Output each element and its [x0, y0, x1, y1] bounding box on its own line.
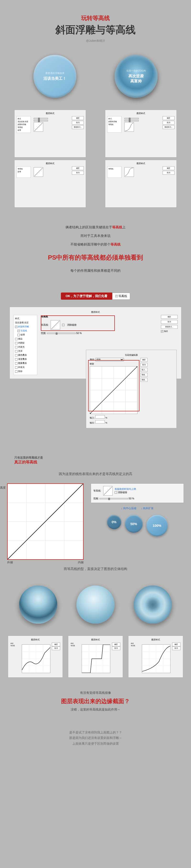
main-title: 斜面浮雕与等高线 — [0, 23, 191, 36]
mid-text-2: 而等高线的型，直接决定了图形的立体结构 — [0, 560, 191, 578]
contour-thumbnail[interactable] — [103, 486, 113, 496]
percent-buttons: 0% 50% 100% — [91, 515, 184, 536]
curve-panel-1: 图层样式 样式等高线 确定取消 — [8, 636, 63, 678]
pct-button-100: 100% — [146, 515, 168, 536]
button-preview-row: 最普通的浮雕效果 活该当美工！ 实现一击的3D结构 再次逆袭 高富帅 — [0, 48, 191, 105]
contour-thumb-icon[interactable] — [34, 167, 43, 177]
ok-button[interactable]: 确定 — [72, 116, 84, 120]
checkbox-icon[interactable] — [15, 342, 18, 344]
save-button[interactable]: 新建... — [140, 373, 147, 377]
checkbox-icon[interactable] — [18, 334, 20, 336]
mid-text-1: 因为这里的线性表现出来的才是等高线所定义的高 — [0, 465, 191, 484]
antialiased-checkbox[interactable] — [115, 491, 117, 494]
arrow-left: 向中心压缩 — [121, 506, 136, 510]
ok-button[interactable]: 确定 — [140, 358, 147, 362]
input-field[interactable] — [95, 415, 105, 418]
layer-style-panel-br: 图层样式 等高线 确定 取消 — [105, 160, 177, 208]
load-button[interactable]: 载入... — [140, 368, 147, 372]
cancel-button[interactable]: 取消 — [140, 363, 147, 367]
ok-button[interactable]: 确定 — [72, 166, 84, 170]
cancel-button[interactable]: 取消 — [72, 121, 84, 125]
curve-panel-3: 图层样式 样式等高线 确定取消 — [128, 636, 183, 678]
ok-button[interactable]: 确定 — [163, 166, 174, 170]
arrow-right: 向外扩张 — [141, 506, 154, 510]
flat-btn-big: 活该当美工！ — [44, 76, 66, 81]
3d-btn-big2: 高富帅 — [130, 79, 142, 84]
newstyle-button[interactable]: 新建样式... — [72, 125, 84, 129]
pct-button-0: 0% — [107, 515, 121, 529]
range-slider[interactable] — [47, 333, 76, 334]
footer-end: 是不是试了没有得到我上面图上的？？ 那是因为我们还没有设置斜面和浮雕～ 上面效果… — [0, 720, 191, 756]
layer-style-panel-tr: 图层样式 样式 斜面和浮雕 等高线 确定 取消 新建样式... — [105, 110, 177, 157]
checkbox-icon[interactable] — [15, 350, 18, 352]
curve-panel-2: 图层样式 样式等高线 确定取消 — [68, 636, 123, 678]
checkbox-icon[interactable] — [15, 370, 18, 373]
author: @Julien朱晴沂 — [0, 39, 191, 43]
contour-thumb-icon[interactable] — [125, 167, 134, 177]
checkbox-icon[interactable]: ✓ — [15, 326, 18, 328]
3d-btn-small: 实现一击的3D结构 — [126, 69, 146, 72]
panel-controls — [33, 116, 70, 133]
arrow-labels: 向中心压缩 向外扩张 — [91, 506, 184, 510]
slider[interactable] — [34, 118, 48, 119]
cancel-button[interactable]: 取消 — [72, 171, 84, 175]
contour-controls-box: 等高线: 有锯齿的时候勾上哟 消除锯齿 范围: 50 % — [91, 484, 184, 503]
checkbox-icon[interactable] — [15, 346, 18, 348]
output-field[interactable] — [95, 420, 105, 424]
newstyle-button[interactable]: 新建样式... — [163, 125, 174, 129]
slider[interactable] — [34, 120, 48, 121]
3d-btn-big1: 再次逆袭 — [129, 74, 144, 79]
checkbox-icon: ✓ — [115, 295, 118, 297]
checkbox-icon[interactable] — [15, 358, 18, 361]
curve-panels-row: 图层样式 样式等高线 确定取消 图层样式 样式等高线 确定取消 图层样式 样式等… — [0, 631, 191, 682]
big-panel-section: 图层样式 样式 混合选项:自定 ✓斜面和浮雕 ✓等高线 纹理 描边 内阴影 内发… — [0, 307, 191, 460]
ok-button[interactable]: 确定 — [161, 315, 178, 319]
tooltip-note: 有锯齿的时候勾上哟 — [115, 488, 136, 490]
slider[interactable] — [125, 118, 139, 119]
contour-editor-panel: 等高线编辑器 预设: 线性 映射 输入: % — [86, 350, 177, 428]
pretitle: 玩转等高线 — [0, 14, 191, 22]
preview-checkbox[interactable]: ✓ — [161, 330, 163, 333]
footer-emphasis: 图层表现出来的边缘截面？ — [0, 698, 191, 705]
checkbox-icon[interactable] — [15, 338, 18, 340]
explanation-block-1: 俩者结构上的区别最关键就在于等高线上 而对于工具本身来说 不能省略斜面浮雕中的那… — [0, 212, 191, 285]
axis-graph — [7, 484, 84, 560]
ok-button[interactable]: 确定 — [163, 116, 174, 120]
cancel-button[interactable]: 取消 — [161, 320, 178, 324]
panel-title: 图层样式 — [17, 112, 84, 115]
page-header: 玩转等高线 斜面浮雕与等高线 @Julien朱晴沂 — [0, 9, 191, 48]
flat-button-preview: 最普通的浮雕效果 活该当美工！ — [33, 55, 76, 98]
range-slider[interactable] — [100, 498, 128, 499]
curve-graph-1[interactable] — [22, 645, 50, 673]
layer-style-panel-bl: 图层样式 等高线 纹理 确定 取消 — [14, 160, 86, 208]
x-right-label: 内侧 — [78, 560, 84, 564]
checkbox-icon[interactable]: ✓ — [18, 330, 20, 332]
curve-graph-3[interactable] — [142, 645, 170, 673]
y-axis-label: 高度 — [0, 486, 6, 490]
flat-btn-small: 最普通的浮雕效果 — [45, 71, 64, 75]
panels-comparison: 图层样式 样式 混合选项:自定 斜面和浮雕 等高线 纹理 确定 取消 — [0, 105, 191, 212]
checkbox-icon[interactable] — [15, 362, 18, 365]
curve-graph-2[interactable] — [82, 645, 110, 673]
axis-graph-section: 高度 外侧 内侧 等高线: 有锯齿的时候勾上哟 消除锯齿 范围: — [0, 484, 191, 560]
checkbox-icon[interactable] — [15, 354, 18, 356]
cancel-button[interactable]: 取消 — [163, 171, 174, 175]
3d-button-preview: 实现一击的3D结构 再次逆袭 高富帅 — [115, 55, 158, 98]
svg-rect-6 — [90, 413, 91, 414]
newstyle-button[interactable]: 新建样式... — [161, 325, 178, 329]
3d-shapes-row — [0, 578, 191, 631]
layer-style-panel-tl: 图层样式 样式 混合选项:自定 斜面和浮雕 等高线 纹理 确定 取消 — [14, 110, 86, 157]
tag-checkbox: ✓等高线 — [112, 293, 130, 300]
new-button[interactable]: 新建... — [140, 378, 147, 382]
highlight-box-2 — [88, 360, 139, 411]
slider[interactable] — [125, 120, 139, 121]
cancel-button[interactable]: 取消 — [163, 121, 174, 125]
shape-ring — [134, 586, 172, 624]
contour-thumb-icon[interactable] — [125, 122, 134, 132]
shape-dome — [76, 586, 115, 624]
pct-button-50: 50% — [125, 515, 143, 533]
x-left-label: 外侧 — [7, 560, 13, 564]
checkbox-icon[interactable] — [15, 366, 18, 369]
contour-thumb-icon[interactable] — [34, 122, 43, 132]
highlight-box-1 — [41, 315, 115, 331]
